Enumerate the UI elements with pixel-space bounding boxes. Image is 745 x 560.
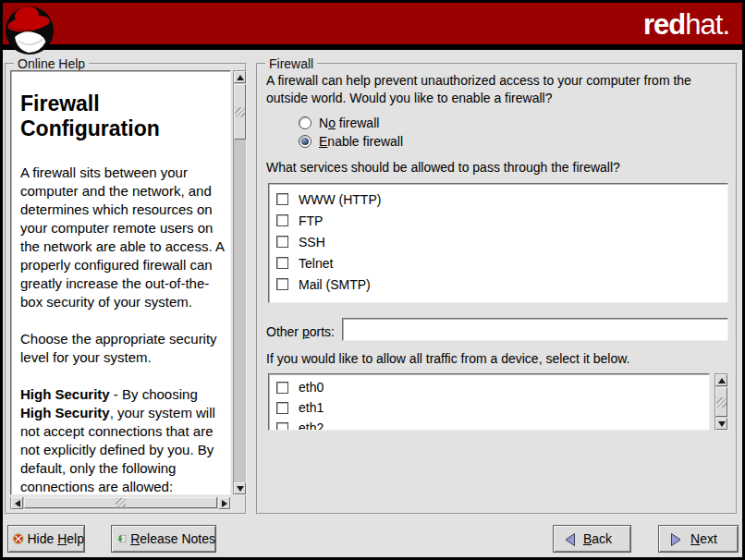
header-banner xyxy=(3,3,742,44)
device-label: eth2 xyxy=(299,420,324,431)
hide-help-label: Hide Help xyxy=(28,531,85,546)
help-scroll-up-button[interactable] xyxy=(234,71,246,83)
help-horizontal-scrollbar[interactable] xyxy=(10,497,231,510)
scroll-grip-icon xyxy=(235,107,245,117)
checkbox-icon[interactable] xyxy=(276,236,288,248)
next-arrow-icon xyxy=(668,532,683,547)
arrow-left-icon xyxy=(15,500,20,507)
back-button[interactable]: Back xyxy=(553,525,631,553)
service-label: SSH xyxy=(299,235,325,250)
wordmark-hat: hat xyxy=(685,8,722,41)
devices-list: eth0 eth1 eth2 xyxy=(268,373,710,431)
devices-vscroll-thumb[interactable] xyxy=(715,387,727,417)
device-label: eth0 xyxy=(299,380,324,395)
back-arrow-icon xyxy=(563,532,578,547)
devices-vertical-scrollbar[interactable] xyxy=(714,373,728,431)
help-scroll-right-button[interactable] xyxy=(218,497,230,509)
arrow-right-icon xyxy=(222,500,227,507)
help-hscroll-thumb[interactable] xyxy=(24,497,217,508)
release-notes-icon xyxy=(117,530,127,548)
help-title: Firewall Configuration xyxy=(20,91,225,141)
help-paragraph-1: A firewall sits between your computer an… xyxy=(20,164,225,311)
help-scroll-left-button[interactable] xyxy=(11,497,23,509)
wordmark-period: . xyxy=(722,8,729,41)
firewall-panel: Firewall A firewall can help prevent una… xyxy=(256,63,738,515)
help-paragraph-2: Choose the appropriate security level fo… xyxy=(20,330,225,367)
radio-no-firewall[interactable]: No firewall xyxy=(299,115,379,130)
checkbox-icon[interactable] xyxy=(276,422,288,432)
device-row-eth2[interactable]: eth2 xyxy=(269,418,709,431)
hide-help-button[interactable]: Hide Help xyxy=(7,525,85,553)
wordmark-red: red xyxy=(643,8,685,41)
service-label: Telnet xyxy=(299,256,333,271)
help-vertical-scrollbar[interactable] xyxy=(233,70,247,495)
release-notes-button[interactable]: Release Notes xyxy=(111,525,216,553)
help-vscroll-thumb[interactable] xyxy=(234,84,246,140)
installer-window: redhat. Online Help Firewall Configurati… xyxy=(0,0,745,560)
help-bold-high-security-1: High Security xyxy=(20,386,110,402)
redhat-shadowman-logo-icon xyxy=(4,4,55,55)
checkbox-icon[interactable] xyxy=(276,193,288,205)
firewall-intro-text: A firewall can help prevent unauthorized… xyxy=(266,72,734,107)
radio-enable-firewall[interactable]: Enable firewall xyxy=(299,133,403,149)
next-button[interactable]: Next xyxy=(658,525,739,553)
other-ports-input[interactable] xyxy=(342,318,728,341)
online-help-panel: Online Help Firewall Configuration A fir… xyxy=(5,63,247,515)
online-help-frame-label: Online Help xyxy=(14,56,89,71)
help-bold-high-security-2: High Security xyxy=(20,405,110,420)
radio-enable-firewall-label: Enable firewall xyxy=(319,134,403,149)
devices-scroll-down-button[interactable] xyxy=(715,418,727,430)
device-row-eth1[interactable]: eth1 xyxy=(269,397,709,418)
scroll-grip-icon xyxy=(716,397,727,408)
checkbox-icon[interactable] xyxy=(276,278,288,290)
service-row-ssh[interactable]: SSH xyxy=(269,231,727,252)
devices-scroll-up-button[interactable] xyxy=(715,374,727,386)
service-label: WWW (HTTP) xyxy=(299,192,381,207)
services-question: What services should be allowed to pass … xyxy=(266,159,620,177)
radio-no-firewall-label: No firewall xyxy=(319,116,379,130)
service-row-www-http[interactable]: WWW (HTTP) xyxy=(269,189,727,210)
help-paragraph-3: High Security - By choosing High Securit… xyxy=(20,385,225,495)
arrow-up-icon xyxy=(237,75,244,80)
device-label: eth1 xyxy=(299,400,324,415)
checkbox-icon[interactable] xyxy=(276,257,288,269)
firewall-frame-label: Firewall xyxy=(265,56,317,71)
service-row-telnet[interactable]: Telnet xyxy=(269,252,727,274)
radio-button-icon[interactable] xyxy=(299,116,311,129)
service-row-ftp[interactable]: FTP xyxy=(269,210,727,231)
release-notes-label: Release Notes xyxy=(130,531,215,546)
scroll-grip-icon xyxy=(116,498,126,508)
help-text-area: Firewall Configuration A firewall sits b… xyxy=(10,70,231,495)
devices-hint: If you would like to allow all traffic f… xyxy=(266,350,629,368)
help-scroll-down-button[interactable] xyxy=(234,482,246,494)
arrow-down-icon xyxy=(718,421,726,427)
redhat-wordmark: redhat. xyxy=(643,8,729,42)
checkbox-icon[interactable] xyxy=(276,382,288,394)
radio-button-selected-icon[interactable] xyxy=(299,135,311,148)
checkbox-icon[interactable] xyxy=(276,214,288,226)
device-row-eth0[interactable]: eth0 xyxy=(269,377,709,397)
service-label: FTP xyxy=(299,213,323,228)
checkbox-icon[interactable] xyxy=(276,402,288,414)
life-preserver-icon xyxy=(13,529,24,549)
services-list: WWW (HTTP) FTP SSH Telnet Mail (SMTP) xyxy=(268,183,728,303)
service-row-mail-smtp[interactable]: Mail (SMTP) xyxy=(269,274,727,295)
other-ports-label: Other ports: xyxy=(266,324,335,339)
arrow-down-icon xyxy=(237,486,244,492)
service-label: Mail (SMTP) xyxy=(299,277,371,292)
arrow-up-icon xyxy=(718,378,726,383)
banner-separator xyxy=(3,44,742,50)
